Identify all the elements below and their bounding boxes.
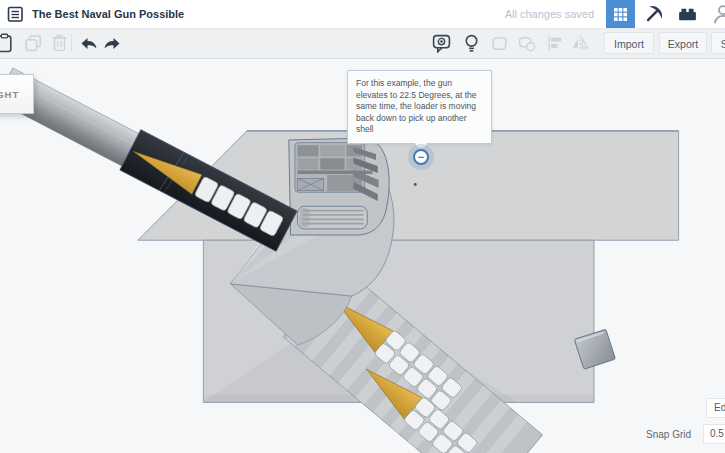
lightbulb-icon [463, 34, 480, 53]
bricks-view-button[interactable] [673, 0, 701, 28]
redo-arrow-icon [103, 36, 121, 51]
menu-icon [7, 6, 24, 23]
note-anchor-dot [414, 183, 417, 186]
design-canvas[interactable]: RIGHT For this example, the gun elevates… [0, 58, 725, 453]
grid-icon [614, 8, 627, 21]
edit-grid-button[interactable]: Edit Grid [706, 398, 725, 418]
group-button[interactable] [488, 32, 510, 54]
snap-grid-label: Snap Grid [646, 429, 691, 440]
brick-icon [677, 6, 698, 22]
person-icon [712, 3, 725, 25]
group-shapes-icon [490, 35, 509, 52]
note-visibility-icon [432, 34, 451, 53]
save-status: All changes saved [505, 8, 594, 20]
ungroup-shapes-icon [517, 35, 537, 52]
show-all-button[interactable] [460, 32, 482, 54]
import-button[interactable]: Import [604, 32, 654, 54]
toggle-notes-button[interactable] [430, 32, 452, 54]
flip-mirror-icon [571, 35, 589, 51]
edit-toolbar: Import Export Send To [0, 28, 725, 59]
undo-arrow-icon [80, 36, 98, 51]
duplicate-icon [24, 34, 43, 53]
redo-button[interactable] [101, 32, 123, 54]
viewcube[interactable]: RIGHT [0, 74, 34, 114]
note-collapse-halo: − [408, 144, 434, 170]
undo-button[interactable] [78, 32, 100, 54]
ungroup-button[interactable] [516, 32, 538, 54]
paste-button[interactable] [0, 32, 15, 54]
export-button[interactable]: Export [659, 32, 707, 54]
blocks-view-button[interactable] [639, 0, 667, 28]
align-icon [547, 35, 564, 51]
snap-grid-select[interactable]: 0.5 mm [703, 424, 725, 444]
clipboard-paste-icon [0, 33, 14, 53]
app-header: The Best Naval Gun Possible All changes … [0, 0, 725, 29]
pickaxe-icon [643, 4, 664, 25]
align-button[interactable] [544, 32, 566, 54]
profile-button[interactable] [709, 0, 725, 28]
design-menu-button[interactable] [0, 0, 30, 28]
design-title[interactable]: The Best Naval Gun Possible [32, 8, 184, 20]
loader-rammer[interactable] [298, 206, 368, 229]
trash-icon [50, 33, 69, 53]
annotation-note[interactable]: For this example, the gun elevates to 22… [347, 70, 492, 144]
delete-button[interactable] [48, 32, 70, 54]
duplicate-button[interactable] [22, 32, 44, 54]
editor-view-button[interactable] [606, 0, 635, 28]
toolbar-divider [71, 34, 72, 52]
flip-button[interactable] [569, 32, 591, 54]
note-collapse-button[interactable]: − [413, 149, 429, 165]
send-to-button[interactable]: Send To [711, 32, 725, 54]
breech-loader[interactable] [289, 138, 389, 235]
